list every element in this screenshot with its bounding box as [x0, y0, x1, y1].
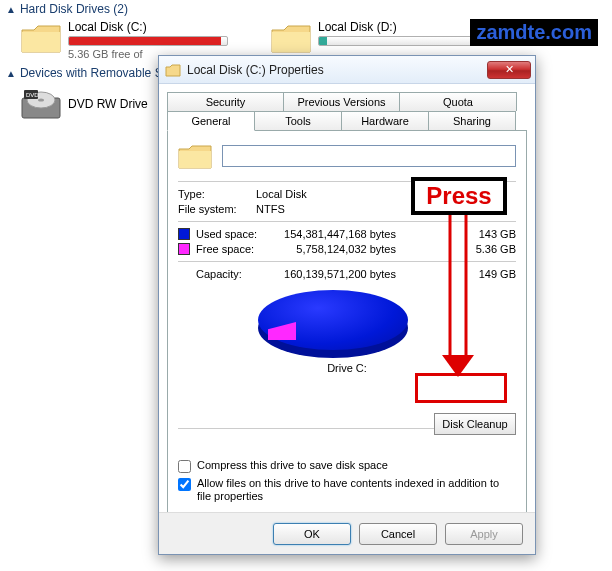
svg-marker-7	[442, 355, 474, 377]
disk-usage-pie	[258, 290, 408, 360]
svg-text:DVD: DVD	[26, 92, 39, 98]
apply-button[interactable]: Apply	[445, 523, 523, 545]
annotation-arrow-icon	[438, 215, 478, 380]
section-title: Hard Disk Drives (2)	[20, 2, 128, 16]
disk-cleanup-button[interactable]: Disk Cleanup	[434, 413, 516, 435]
drive-name: Local Disk (C:)	[68, 20, 228, 34]
tab-security[interactable]: Security	[167, 92, 284, 111]
svg-point-2	[38, 98, 44, 101]
annotation-press: Press	[411, 177, 507, 215]
properties-dialog: Local Disk (C:) Properties ✕ Security Pr…	[158, 55, 536, 555]
type-label: Type:	[178, 188, 256, 200]
tab-quota[interactable]: Quota	[399, 92, 517, 111]
drive-icon	[270, 20, 312, 56]
filesystem-label: File system:	[178, 203, 256, 215]
drive-name: Local Disk (D:)	[318, 20, 478, 34]
tab-previous-versions[interactable]: Previous Versions	[283, 92, 400, 111]
tab-hardware[interactable]: Hardware	[341, 111, 429, 131]
free-bytes: 5,758,124,032 bytes	[268, 243, 396, 255]
drive-icon	[165, 62, 181, 78]
capacity-label: Capacity:	[178, 268, 268, 280]
index-checkbox[interactable]	[178, 478, 191, 491]
dialog-buttons: OK Cancel Apply	[159, 512, 535, 554]
capacity-bytes: 160,139,571,200 bytes	[268, 268, 396, 280]
drive-icon	[20, 20, 62, 56]
drive-item-c[interactable]: Local Disk (C:) 5.36 GB free of	[20, 20, 240, 60]
watermark: zamdte.com	[470, 19, 598, 46]
filesystem-value: NTFS	[256, 203, 285, 215]
compress-checkbox[interactable]	[178, 460, 191, 473]
dvd-name: DVD RW Drive	[68, 97, 148, 111]
used-label: Used space:	[196, 228, 268, 240]
free-label: Free space:	[196, 243, 268, 255]
drive-item-d[interactable]: Local Disk (D:)	[270, 20, 490, 60]
used-color-swatch	[178, 228, 190, 240]
cancel-button[interactable]: Cancel	[359, 523, 437, 545]
index-label: Allow files on this drive to have conten…	[197, 477, 516, 503]
close-button[interactable]: ✕	[487, 61, 531, 79]
section-header-hdd[interactable]: ▲ Hard Disk Drives (2)	[0, 0, 612, 18]
used-bytes: 154,381,447,168 bytes	[268, 228, 396, 240]
window-title: Local Disk (C:) Properties	[187, 63, 487, 77]
tab-general[interactable]: General	[167, 111, 255, 131]
usage-bar	[318, 36, 478, 46]
compress-label: Compress this drive to save disk space	[197, 459, 388, 472]
dvd-icon: DVD	[20, 86, 62, 122]
usage-bar	[68, 36, 228, 46]
tab-tools[interactable]: Tools	[254, 111, 342, 131]
drive-folder-icon	[178, 141, 212, 171]
titlebar[interactable]: Local Disk (C:) Properties ✕	[159, 56, 535, 84]
collapse-icon: ▲	[6, 4, 16, 15]
ok-button[interactable]: OK	[273, 523, 351, 545]
collapse-icon: ▲	[6, 68, 16, 79]
tab-sharing[interactable]: Sharing	[428, 111, 516, 131]
drive-name-input[interactable]	[222, 145, 516, 167]
type-value: Local Disk	[256, 188, 307, 200]
free-color-swatch	[178, 243, 190, 255]
